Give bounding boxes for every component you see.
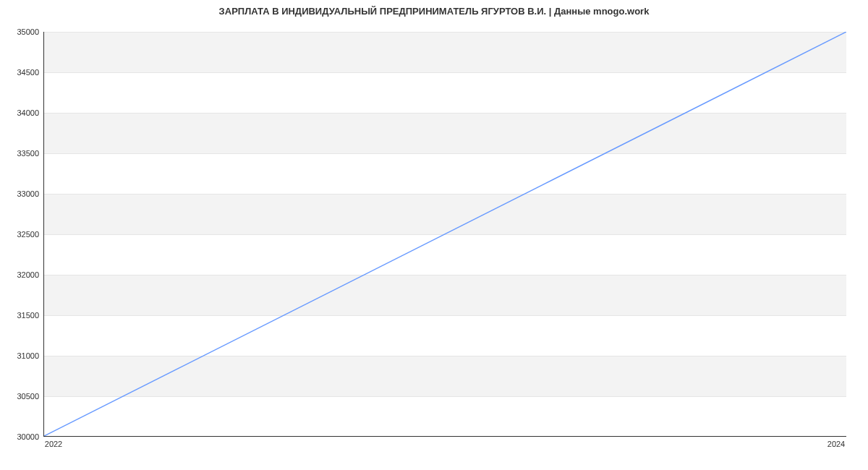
y-tick-label: 34500	[3, 68, 39, 77]
y-tick-label: 30000	[3, 432, 39, 441]
plot-area	[43, 32, 846, 437]
line-layer	[44, 32, 846, 436]
chart-container: ЗАРПЛАТА В ИНДИВИДУАЛЬНЫЙ ПРЕДПРИНИМАТЕЛ…	[0, 0, 868, 470]
y-tick-label: 32500	[3, 230, 39, 239]
y-tick-label: 30500	[3, 392, 39, 401]
y-tick-label: 33500	[3, 149, 39, 158]
series-line	[44, 32, 846, 436]
y-tick-label: 35000	[3, 27, 39, 36]
y-tick-label: 31000	[3, 351, 39, 360]
x-tick-label: 2024	[827, 440, 845, 448]
y-tick-label: 33000	[3, 189, 39, 198]
x-tick-label: 2022	[45, 440, 62, 448]
y-tick-label: 34000	[3, 108, 39, 117]
y-tick-label: 32000	[3, 270, 39, 279]
chart-title: ЗАРПЛАТА В ИНДИВИДУАЛЬНЫЙ ПРЕДПРИНИМАТЕЛ…	[0, 6, 868, 17]
y-tick-label: 31500	[3, 311, 39, 320]
